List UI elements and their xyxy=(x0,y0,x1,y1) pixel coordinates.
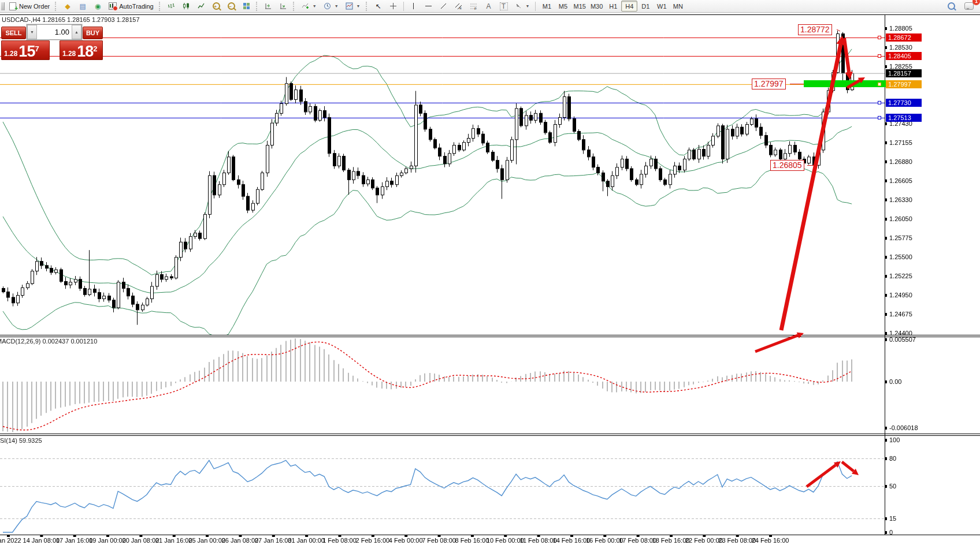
price-callout-label[interactable]: 1.27997 xyxy=(752,79,786,89)
market-watch-button[interactable]: ▤ xyxy=(76,1,90,12)
price-tick-label: 1.24675 xyxy=(889,311,912,318)
tile-windows-button[interactable] xyxy=(240,1,254,12)
autotrading-button[interactable]: AutoTrading xyxy=(106,1,157,12)
new-order-button[interactable]: New Order xyxy=(6,1,53,12)
notifications-button[interactable]: 1 xyxy=(962,1,977,12)
buy-price-display[interactable]: 1.28 18 2 xyxy=(60,40,103,60)
period-button[interactable]: ▼ xyxy=(321,1,341,12)
crosshair-button[interactable] xyxy=(387,1,400,12)
line-chart-button[interactable] xyxy=(195,1,209,12)
volume-input[interactable] xyxy=(37,25,72,39)
volume-up-button[interactable]: ▲ xyxy=(72,25,81,39)
signals-icon: ◉ xyxy=(94,2,102,10)
candlestick-chart-button[interactable] xyxy=(180,1,194,12)
period-clock-icon xyxy=(324,2,332,10)
search-button[interactable] xyxy=(945,1,958,12)
bar-chart-icon xyxy=(168,2,176,10)
trendline-icon xyxy=(440,2,448,10)
current-price-label: 1.28157 xyxy=(886,69,922,77)
candlestick-chart-icon xyxy=(183,2,191,10)
text-button[interactable]: A xyxy=(482,1,496,12)
level-price-label: 1.28405 xyxy=(886,52,922,60)
time-tick-label: 10 Feb 00:00 xyxy=(487,537,524,544)
chart-shift-button[interactable] xyxy=(277,1,291,12)
price-tick-label: 1.26605 xyxy=(889,177,912,184)
price-callout-label[interactable]: 1.26805 xyxy=(770,160,804,171)
chart-title-ohlc: USDCAD-,H4 1.28165 1.28165 1.27903 1.281… xyxy=(2,16,140,23)
time-tick-label: 11 Feb 08:00 xyxy=(520,537,557,544)
volume-down-button[interactable]: ▼ xyxy=(27,25,37,39)
one-click-trading-panel: SELL ▼ ▲ BUY 1.28 15 7 1.28 18 2 xyxy=(1,24,103,60)
macd-tick-label: -0.006018 xyxy=(889,424,918,431)
chart-canvas[interactable] xyxy=(0,13,980,545)
timeframe-m5-button[interactable]: M5 xyxy=(555,1,571,12)
timeframe-d1-button[interactable]: D1 xyxy=(637,1,654,12)
shapes-arrows-icon xyxy=(515,2,523,10)
cursor-icon: ↖ xyxy=(374,2,383,10)
price-tick-label: 1.28805 xyxy=(889,25,912,32)
sell-price-big: 15 xyxy=(18,44,35,58)
auto-scroll-button[interactable] xyxy=(262,1,276,12)
price-tick-label: 1.24950 xyxy=(889,292,912,298)
time-tick-label: 21 Jan 16:00 xyxy=(155,537,192,544)
level-price-label: 1.27997 xyxy=(886,80,922,88)
bar-chart-button[interactable] xyxy=(165,1,179,12)
time-tick-label: 26 Jan 08:00 xyxy=(222,537,259,544)
text-label-button[interactable]: T xyxy=(497,1,511,12)
time-tick-label: 16 Feb 00:00 xyxy=(586,537,623,544)
shapes-dropdown-arrow: ▼ xyxy=(526,4,530,8)
time-tick-label: 17 Feb 08:00 xyxy=(619,537,656,544)
volume-stepper: ▼ ▲ xyxy=(27,24,82,40)
timeframe-h1-button[interactable]: H1 xyxy=(605,1,621,12)
buy-price-sup: 2 xyxy=(93,46,97,53)
vertical-line-icon xyxy=(410,2,418,10)
cursor-button[interactable]: ↖ xyxy=(372,1,385,12)
time-tick-label: 20 Jan 08:00 xyxy=(122,537,159,544)
sell-price-display[interactable]: 1.28 15 7 xyxy=(1,40,50,60)
timeframe-m30-button[interactable]: M30 xyxy=(588,1,605,12)
time-tick-label: 19 Jan 00:00 xyxy=(89,537,126,544)
timeframe-m1-button[interactable]: M1 xyxy=(539,1,555,12)
timeframe-h4-button[interactable]: H4 xyxy=(621,1,637,12)
clipped-icon xyxy=(1,2,5,10)
buy-button[interactable]: BUY xyxy=(83,27,103,39)
notification-badge: 1 xyxy=(972,0,980,5)
main-toolbar: New Order ◆ ▤ ◉ AutoTrading + − ▼ ▼ ▼ ↖ … xyxy=(0,0,980,13)
time-tick-label: 8 Feb 16:00 xyxy=(455,537,489,544)
macd-tick-label: 0.00 xyxy=(889,378,901,385)
fibonacci-icon: F xyxy=(470,2,478,10)
timeframe-mn-button[interactable]: MN xyxy=(670,1,686,12)
shapes-button[interactable]: ▼ xyxy=(512,1,533,12)
time-tick-label: 27 Jan 16:00 xyxy=(255,537,292,544)
profile-icon: ◆ xyxy=(64,2,72,10)
zoom-out-button[interactable]: − xyxy=(225,1,239,12)
crosshair-icon xyxy=(389,2,398,10)
rsi-tick-label: 0 xyxy=(889,529,893,536)
signals-button[interactable]: ◉ xyxy=(91,1,105,12)
fibonacci-button[interactable]: F xyxy=(467,1,481,12)
trendline-button[interactable] xyxy=(437,1,451,12)
svg-text:E: E xyxy=(459,6,462,10)
vertical-line-button[interactable] xyxy=(407,1,421,12)
indicators-button[interactable]: ▼ xyxy=(299,1,320,12)
time-tick-label: 17 Jan 16:00 xyxy=(56,537,93,544)
price-tick-label: 1.27155 xyxy=(889,139,912,146)
profile-button[interactable]: ◆ xyxy=(61,1,75,12)
level-price-label: 1.27513 xyxy=(886,114,922,122)
sell-button[interactable]: SELL xyxy=(1,27,26,39)
level-price-label: 1.27730 xyxy=(886,99,922,107)
new-order-icon xyxy=(9,2,17,10)
horizontal-line-button[interactable] xyxy=(422,1,436,12)
price-callout-label[interactable]: 1.28772 xyxy=(798,24,832,35)
template-button[interactable]: ▼ xyxy=(343,1,363,12)
zoom-in-button[interactable]: + xyxy=(210,1,224,12)
tile-windows-icon xyxy=(243,2,251,10)
time-tick-label: 18 Feb 16:00 xyxy=(652,537,690,544)
svg-text:F: F xyxy=(474,7,477,10)
price-tick-label: 1.25225 xyxy=(889,272,912,279)
chart-shift-icon xyxy=(280,2,288,10)
timeframe-m15-button[interactable]: M15 xyxy=(571,1,588,12)
channel-button[interactable]: E xyxy=(452,1,466,12)
text-label-icon: T xyxy=(500,2,508,10)
timeframe-w1-button[interactable]: W1 xyxy=(654,1,670,12)
